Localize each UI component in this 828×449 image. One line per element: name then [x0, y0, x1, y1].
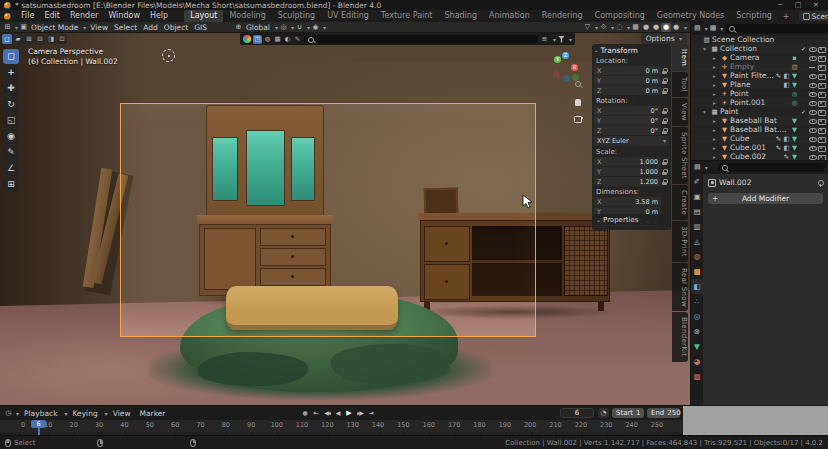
hide-in-viewport-toggle[interactable] [808, 108, 817, 116]
hide-in-viewport-toggle[interactable] [808, 63, 817, 71]
workspace-tab[interactable]: Rendering [536, 10, 589, 22]
lock-icon[interactable] [661, 77, 669, 85]
select-mode-button[interactable] [13, 34, 23, 44]
outliner-row[interactable]: Baseball Bat.001 [691, 125, 828, 134]
select-mode-button[interactable] [35, 34, 45, 44]
close-button[interactable]: ✕ [808, 1, 824, 10]
asset-filter-icon[interactable] [558, 36, 565, 43]
disable-in-renders-toggle[interactable] [817, 54, 826, 62]
keying-menu[interactable]: Keying [69, 409, 102, 418]
axis-z-neg-handle[interactable] [563, 75, 570, 82]
select-mode-button[interactable] [57, 34, 67, 44]
expand-arrow-icon[interactable] [713, 91, 720, 97]
expand-arrow-icon[interactable] [713, 136, 720, 142]
shading-mode-button[interactable]: ● [661, 23, 671, 32]
zoom-button[interactable] [572, 80, 584, 92]
properties-tab[interactable] [691, 279, 703, 294]
expand-arrow-icon[interactable] [713, 100, 720, 106]
hide-in-viewport-toggle[interactable] [808, 72, 817, 80]
xray-toggle-icon[interactable]: ▦ [631, 23, 640, 32]
dimension-field-row[interactable]: X3.58 m [594, 197, 669, 206]
sidebar-tab[interactable]: Real Snow [672, 263, 688, 312]
disable-in-renders-toggle[interactable] [817, 72, 826, 80]
tool-button[interactable] [3, 81, 19, 96]
camera-frame-selected-wall[interactable] [120, 103, 536, 337]
current-frame-field[interactable]: 6 [560, 408, 594, 418]
properties-tab[interactable] [691, 219, 703, 234]
hide-in-viewport-toggle[interactable] [808, 81, 817, 89]
menubar-item[interactable]: Window [103, 10, 145, 22]
outliner-row[interactable]: Plane [691, 80, 828, 89]
location-field-row[interactable]: Y0 m [594, 76, 669, 85]
viewport-menu-item[interactable]: View [87, 22, 111, 33]
minimize-button[interactable]: ─ [772, 1, 788, 10]
add-modifier-button[interactable]: Add Modifier [708, 193, 823, 204]
viewport-menu-item[interactable]: Add [140, 22, 161, 33]
workspace-tab[interactable]: Animation [483, 10, 536, 22]
tool-options-dropdown[interactable]: Options [641, 33, 687, 44]
lock-icon[interactable] [661, 117, 669, 125]
add-workspace-button[interactable]: + [779, 12, 794, 21]
viewport-menu-item[interactable]: GIS [191, 22, 210, 33]
sidebar-tab[interactable]: Tool [672, 72, 688, 97]
workspace-tab[interactable]: UV Editing [321, 10, 375, 22]
disable-in-renders-toggle[interactable] [817, 153, 826, 161]
disable-in-renders-toggle[interactable] [817, 117, 826, 125]
properties-tab[interactable] [691, 354, 703, 369]
point-light-gizmo[interactable] [162, 49, 175, 62]
properties-tab[interactable] [691, 264, 703, 279]
hide-in-viewport-toggle[interactable] [808, 144, 817, 152]
disable-in-renders-toggle[interactable] [817, 135, 826, 143]
axis-x-handle[interactable]: X [571, 64, 578, 71]
properties-tab[interactable] [691, 189, 703, 204]
sidebar-tab[interactable]: View [672, 98, 688, 126]
tool-button[interactable] [3, 97, 19, 112]
menubar-item[interactable]: Help [145, 10, 173, 22]
tool-button[interactable] [3, 161, 19, 176]
tool-button[interactable] [3, 129, 19, 144]
select-mode-button[interactable] [2, 34, 12, 44]
outliner-search-input[interactable] [725, 24, 828, 33]
expand-arrow-icon[interactable] [713, 73, 720, 79]
tool-button[interactable] [3, 145, 19, 160]
hide-in-viewport-toggle[interactable] [808, 45, 817, 53]
object-visibility-filter-icon[interactable]: ▽ [583, 23, 592, 32]
outliner-row[interactable]: Cube.001 [691, 143, 828, 152]
expand-arrow-icon[interactable] [703, 46, 710, 52]
hide-in-viewport-toggle[interactable] [808, 126, 817, 134]
timeline-ruler[interactable]: 0102030405060708090100110120130140150160… [0, 420, 690, 432]
properties-search-input[interactable] [718, 163, 825, 172]
workspace-tab[interactable]: Sculpting [272, 10, 321, 22]
sidebar-tab[interactable]: 3D-Print [672, 221, 688, 262]
disable-in-renders-toggle[interactable] [817, 126, 826, 134]
pan-hand-button[interactable] [572, 96, 584, 108]
tool-button[interactable] [3, 113, 19, 128]
overlays-toggle-icon[interactable]: ◌ [615, 23, 624, 32]
axis-x-neg-handle[interactable] [553, 71, 560, 78]
lock-icon[interactable] [661, 127, 669, 135]
sidebar-tab[interactable]: BlenderKit [672, 312, 688, 361]
collection-checkbox[interactable] [800, 45, 808, 53]
disable-in-renders-toggle[interactable] [817, 81, 826, 89]
camera-view-button[interactable] [572, 112, 584, 124]
frame-end-field[interactable]: End250 [647, 408, 680, 418]
disable-in-renders-toggle[interactable] [817, 144, 826, 152]
properties-panel-collapsed[interactable]: Properties [592, 214, 671, 225]
hide-in-viewport-toggle[interactable] [808, 153, 817, 161]
playback-button[interactable] [344, 408, 354, 418]
hide-in-viewport-toggle[interactable] [808, 54, 817, 62]
scale-field-row[interactable]: Y1.000 [594, 167, 669, 176]
axis-y-handle[interactable]: Y [554, 56, 561, 63]
expand-arrow-icon[interactable] [713, 64, 720, 70]
playback-menu[interactable]: Playback [20, 409, 61, 418]
location-field-row[interactable]: X0 m [594, 66, 669, 75]
tool-button[interactable] [3, 65, 19, 80]
orientation-dropdown[interactable]: ⊕ Global [234, 22, 278, 33]
snap-magnet-icon[interactable]: ∪ [295, 23, 304, 32]
expand-arrow-icon[interactable] [713, 127, 720, 133]
properties-tab[interactable] [691, 339, 703, 354]
playback-button[interactable] [300, 408, 310, 418]
asset-type-button[interactable] [273, 35, 282, 44]
location-field-row[interactable]: Z0 m [594, 86, 669, 95]
properties-tab[interactable] [691, 204, 703, 219]
